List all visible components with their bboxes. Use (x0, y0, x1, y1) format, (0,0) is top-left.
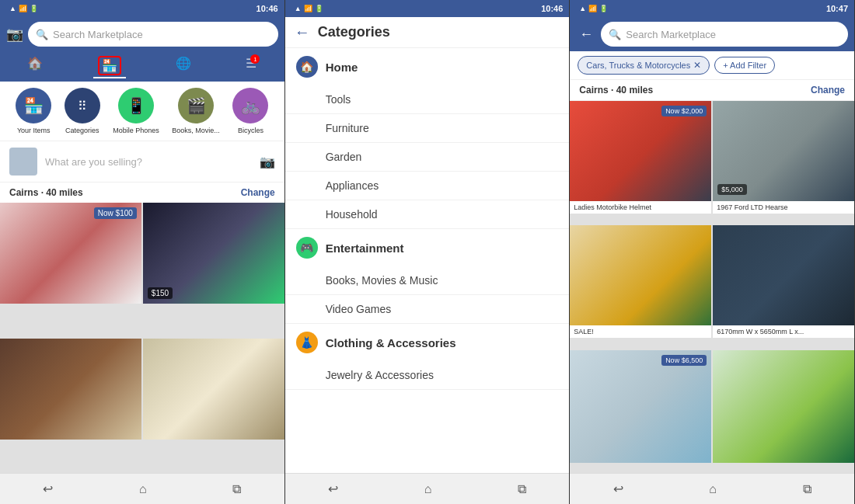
battery-icon-3: 🔋 (599, 5, 608, 12)
listing-shed-sale[interactable]: SALE! (570, 225, 711, 338)
cat-item-garden[interactable]: Garden (285, 143, 570, 172)
time-3: 10:47 (826, 4, 848, 13)
sell-bar[interactable]: What are you selling? 📷 (0, 141, 284, 182)
listing-shed2[interactable] (713, 350, 854, 463)
nav-tab-marketplace[interactable]: 🏪 (93, 54, 126, 78)
top-bar-1: 📷 🔍 Search Marketplace (0, 17, 284, 51)
home-section-icon: 🏠 (296, 56, 318, 78)
bottom-nav-3: ↩ ⌂ ⧉ (570, 473, 854, 504)
entertainment-section-icon: 🎮 (296, 237, 318, 259)
search-box-3[interactable]: 🔍 Search Marketplace (601, 22, 848, 47)
wifi-icon-1: ▲ (9, 5, 16, 12)
categories-list: 🏠 Home Tools Furniture Garden Appliances… (285, 48, 570, 473)
back-button-2[interactable]: ↩ (328, 481, 338, 496)
back-button-1[interactable]: ↩ (43, 481, 53, 496)
books-movies-label: Books, Movie... (172, 127, 220, 134)
filter-chip-remove[interactable]: ✕ (693, 60, 701, 71)
category-your-items[interactable]: 🏪 Your Items (16, 88, 51, 134)
categories-grid: 🏪 Your Items ⠿ Categories 📱 Mobile Phone… (0, 82, 284, 141)
panel-3-cars-filter: ▲ 📶 🔋 10:47 ← 🔍 Search Marketplace Cars,… (570, 0, 855, 504)
cat-item-appliances[interactable]: Appliances (285, 172, 570, 200)
signal-icon-2: 📶 (304, 5, 312, 12)
marketplace-nav-tabs: 🏠 🏪 🌐 ☰ 1 (0, 51, 284, 82)
cars-listings-grid: Now $2,000 Ladies Motorbike Helmet $5,00… (570, 101, 854, 473)
user-avatar (9, 148, 37, 176)
status-bar-2: ▲ 📶 🔋 10:46 (285, 0, 570, 17)
listing-item-guitar[interactable]: $150 (143, 203, 284, 304)
nav-tab-menu[interactable]: ☰ 1 (241, 54, 261, 78)
location-text-1: Cairns · 40 miles (9, 187, 83, 198)
listing-item-frames[interactable] (143, 339, 284, 440)
camera-icon-sell[interactable]: 📷 (260, 155, 275, 169)
search-placeholder-1: Search Marketplace (53, 29, 143, 40)
recents-button-3[interactable]: ⧉ (803, 482, 811, 496)
category-bicycles[interactable]: 🚲 Bicycles (232, 88, 268, 134)
globe-tab-icon: 🌐 (176, 56, 191, 71)
listing-helmet[interactable]: Now $2,000 Ladies Motorbike Helmet (570, 101, 711, 214)
add-filter-button[interactable]: + Add Filter (714, 57, 775, 74)
category-categories[interactable]: ⠿ Categories (65, 88, 100, 134)
top-bar-3: ← 🔍 Search Marketplace (570, 17, 854, 51)
wifi-icon-3: ▲ (579, 5, 586, 12)
categories-title: Categories (318, 24, 390, 40)
back-arrow-3[interactable]: ← (576, 25, 596, 44)
recents-button-2[interactable]: ⧉ (518, 482, 526, 496)
listing-truck[interactable]: Now $6,500 (570, 350, 711, 463)
price-badge-hearse: $5,000 (717, 184, 747, 195)
recents-button-1[interactable]: ⧉ (232, 482, 241, 496)
listing-item-dining[interactable] (0, 339, 141, 440)
listing-title-shed-sale: SALE! (570, 325, 711, 338)
listing-title-car: 6170mm W x 5650mm L x... (713, 325, 854, 338)
bottom-nav-2: ↩ ⌂ ⧉ (285, 473, 570, 504)
cat-item-household[interactable]: Household (285, 200, 570, 229)
search-box-1[interactable]: 🔍 Search Marketplace (28, 22, 278, 47)
back-button-3[interactable]: ↩ (613, 481, 623, 496)
status-bar-1: ▲ 📶 🔋 10:46 (0, 0, 284, 17)
nav-tab-globe[interactable]: 🌐 (171, 54, 196, 78)
home-button-1[interactable]: ⌂ (139, 482, 147, 496)
price-badge-treadmill: Now $100 (94, 207, 137, 219)
cat-item-books-movies-music[interactable]: Books, Movies & Music (285, 266, 570, 295)
nav-tab-home[interactable]: 🏠 (23, 54, 47, 78)
search-placeholder-3: Search Marketplace (626, 29, 716, 40)
category-mobile-phones[interactable]: 📱 Mobile Phones (113, 88, 159, 134)
home-button-3[interactable]: ⌂ (709, 482, 717, 496)
listing-hearse[interactable]: $5,000 1967 Ford LTD Hearse (713, 101, 854, 214)
clothing-section-icon: 👗 (296, 332, 318, 353)
cars-filter-chip[interactable]: Cars, Trucks & Motorcycles ✕ (578, 56, 710, 75)
panel-2-categories: ▲ 📶 🔋 10:46 ← Categories 🏠 Home Tools Fu… (285, 0, 571, 504)
location-text-3: Cairns · 40 miles (579, 85, 653, 96)
cat-item-video-games[interactable]: Video Games (285, 295, 570, 324)
bicycles-label: Bicycles (238, 127, 263, 134)
listing-title-helmet: Ladies Motorbike Helmet (570, 201, 711, 214)
categories-label: Categories (65, 127, 99, 134)
listing-item-treadmill[interactable]: Now $100 (0, 203, 141, 304)
cat-item-tools[interactable]: Tools (285, 85, 570, 114)
marketplace-tab-icon: 🏪 (102, 59, 117, 72)
home-tab-icon: 🏠 (27, 56, 43, 71)
filter-bar: Cars, Trucks & Motorcycles ✕ + Add Filte… (570, 51, 854, 80)
entertainment-section-label: Entertainment (326, 242, 404, 255)
bottom-nav-1: ↩ ⌂ ⧉ (0, 473, 284, 504)
cat-item-jewelry[interactable]: Jewelry & Accessories (285, 361, 570, 390)
home-section-label: Home (326, 61, 358, 74)
wifi-icon-2: ▲ (295, 5, 302, 12)
back-arrow-2[interactable]: ← (295, 23, 310, 41)
signal-icon-3: 📶 (588, 5, 597, 12)
change-link-1[interactable]: Change (241, 187, 275, 198)
change-link-3[interactable]: Change (811, 85, 845, 96)
your-items-label: Your Items (17, 127, 51, 134)
add-filter-label: + Add Filter (723, 61, 766, 70)
your-items-icon: 🏪 (16, 88, 51, 123)
home-button-2[interactable]: ⌂ (424, 482, 432, 496)
filter-chip-label: Cars, Trucks & Motorcycles (586, 61, 690, 70)
listing-car[interactable]: 6170mm W x 5650mm L x... (713, 225, 854, 338)
category-books-movies[interactable]: 🎬 Books, Movie... (172, 88, 220, 134)
camera-icon-1[interactable]: 📷 (6, 26, 23, 43)
listing-title-hearse: 1967 Ford LTD Hearse (713, 201, 854, 214)
marketplace-tab-highlight: 🏪 (98, 56, 121, 75)
price-badge-truck: Now $6,500 (661, 355, 707, 366)
price-badge-helmet: Now $2,000 (661, 106, 707, 116)
cat-item-furniture[interactable]: Furniture (285, 114, 570, 143)
location-bar-3: Cairns · 40 miles Change (570, 80, 854, 101)
